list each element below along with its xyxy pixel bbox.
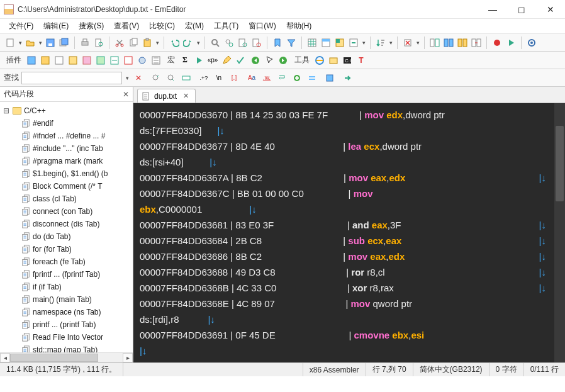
- snippet-item[interactable]: disconnect (dis Tab): [3, 218, 133, 230]
- open-file-icon[interactable]: [24, 36, 36, 49]
- snippet-item[interactable]: Read File Into Vector: [3, 331, 133, 344]
- snippet-item[interactable]: $1.begin(), $1.end() (b: [3, 167, 133, 180]
- snippet-item[interactable]: for (for Tab): [3, 243, 133, 255]
- menu-tools[interactable]: 工具(T): [210, 20, 242, 33]
- snippet-item[interactable]: namespace (ns Tab): [3, 306, 133, 318]
- copy-icon[interactable]: [127, 36, 140, 49]
- menu-view[interactable]: 查看(V): [110, 20, 143, 33]
- tab-dup[interactable]: dup.txt ✕: [137, 89, 196, 103]
- new-file-icon[interactable]: [4, 36, 16, 49]
- find-word-icon[interactable]: [180, 72, 193, 84]
- find-highlight-icon[interactable]: [306, 72, 318, 84]
- menu-compare[interactable]: 比较(C): [145, 20, 179, 33]
- snippet-item[interactable]: main() (main Tab): [3, 293, 133, 306]
- rescan-icon[interactable]: [456, 36, 469, 49]
- plugin4-icon[interactable]: [67, 54, 79, 67]
- snippet-item[interactable]: class (cl Tab): [3, 193, 133, 205]
- find-case-icon[interactable]: Aa: [245, 72, 258, 84]
- code-line[interactable]: 00007FF84DD63670 | 8B 14 25 30 03 FE 7F …: [140, 107, 559, 123]
- snippet-item[interactable]: do (do Tab): [3, 230, 133, 243]
- cursor-icon[interactable]: [263, 54, 276, 67]
- plugin10-icon[interactable]: [150, 54, 162, 67]
- snippet-item[interactable]: #include "..." (inc Tab: [3, 142, 133, 155]
- cell-select-icon[interactable]: [333, 36, 346, 49]
- plugin2-icon[interactable]: [39, 54, 52, 67]
- find-regex-icon[interactable]: .+?: [198, 72, 210, 84]
- find-escape-icon[interactable]: \n: [213, 72, 225, 84]
- tree-root[interactable]: ⊟ C/C++: [3, 104, 133, 117]
- code-line[interactable]: ds:[rsi+40] |↓: [140, 154, 559, 170]
- scroll-left-icon[interactable]: ◂: [0, 353, 10, 362]
- snippet-item[interactable]: connect (con Tab): [3, 205, 133, 218]
- find-input[interactable]: [21, 72, 122, 84]
- paste-caret[interactable]: ▾: [155, 40, 160, 46]
- dup-caret[interactable]: ▾: [415, 40, 420, 46]
- heading-icon[interactable]: [320, 36, 332, 49]
- plugin6-icon[interactable]: [94, 54, 107, 67]
- scroll-thumb[interactable]: [10, 354, 98, 362]
- filter-icon[interactable]: [285, 36, 298, 49]
- plugin1-icon[interactable]: [25, 54, 38, 67]
- forward-icon[interactable]: [277, 54, 289, 67]
- snippet-item[interactable]: fprintf ... (fprintf Tab): [3, 268, 133, 281]
- ie-icon[interactable]: [313, 54, 326, 67]
- record-macro-icon[interactable]: [491, 36, 503, 49]
- snippets-tree[interactable]: ⊟ C/C++ #endif#ifndef ... #define ... ##…: [0, 102, 133, 352]
- code-line[interactable]: 00007FF84DD63677 | 8D 4E 40 | lea ecx,dw…: [140, 138, 559, 154]
- undo-icon[interactable]: [168, 36, 181, 49]
- code-line[interactable]: 00007FF84DD6368E | 4C 89 07 | mov qword …: [140, 296, 559, 311]
- snippets-close-icon[interactable]: ✕: [123, 90, 129, 99]
- reset-icon[interactable]: [470, 36, 483, 49]
- tab-close-icon[interactable]: ✕: [183, 92, 189, 100]
- cmd-icon[interactable]: C:\: [341, 54, 354, 67]
- macro-tag-icon[interactable]: «p»: [206, 54, 219, 67]
- compare-icon[interactable]: [428, 36, 441, 49]
- find-caret[interactable]: ▾: [125, 75, 130, 81]
- plugin7-icon[interactable]: [108, 54, 121, 67]
- snippet-item[interactable]: #ifndef ... #define ... #: [3, 130, 133, 142]
- open-caret[interactable]: ▾: [38, 40, 43, 46]
- find-close-icon[interactable]: ✕: [132, 72, 145, 84]
- find-go-icon[interactable]: [341, 72, 354, 84]
- editor-vthumb[interactable]: [556, 126, 564, 201]
- sort-caret[interactable]: ▾: [388, 40, 393, 46]
- bookmark-icon[interactable]: [271, 36, 284, 49]
- code-line[interactable]: 00007FF84DD63694 | E9 48 01 00 00 | jmp: [140, 359, 559, 362]
- editor-text[interactable]: 00007FF84DD63670 | 8B 14 25 30 03 FE 7F …: [133, 103, 565, 362]
- find-incr-icon[interactable]: [291, 72, 303, 84]
- convert-sep-icon[interactable]: [347, 36, 360, 49]
- plugin8-icon[interactable]: [122, 54, 135, 67]
- run-macro-icon[interactable]: [505, 36, 517, 49]
- sort-icon[interactable]: [374, 36, 387, 49]
- snippet-item[interactable]: #endif: [3, 117, 133, 130]
- find-next-icon[interactable]: [165, 72, 177, 84]
- scroll-right-icon[interactable]: ▸: [123, 353, 133, 362]
- properties-icon[interactable]: [525, 36, 538, 49]
- sync-scroll-icon[interactable]: [442, 36, 455, 49]
- csv-mode-icon[interactable]: [306, 36, 318, 49]
- code-line[interactable]: ebx,C0000001 |↓: [140, 201, 559, 217]
- close-button[interactable]: ✕: [536, 0, 565, 18]
- status-enc[interactable]: 简体中文(GB2312): [413, 363, 489, 376]
- code-line[interactable]: 00007FF84DD6367A | 8B C2 | mov eax,edx|↓: [140, 170, 559, 186]
- font-tool-icon[interactable]: T: [355, 54, 367, 67]
- replace-in-files-icon[interactable]: [250, 36, 263, 49]
- code-line[interactable]: ds:[7FFE0330] |↓: [140, 123, 559, 138]
- code-line[interactable]: 00007FF84DD63691 | 0F 45 DE | cmovne ebx…: [140, 327, 559, 343]
- macro-check-icon[interactable]: [234, 54, 247, 67]
- snippet-item[interactable]: printf ... (printf Tab): [3, 318, 133, 331]
- macro-edit-icon[interactable]: [220, 54, 233, 67]
- find-wrap-icon[interactable]: [276, 72, 288, 84]
- redo-caret[interactable]: ▾: [196, 40, 201, 46]
- convert-caret[interactable]: ▾: [361, 40, 366, 46]
- menu-edit[interactable]: 编辑(E): [40, 20, 72, 33]
- find-num-icon[interactable]: [.]: [228, 72, 240, 84]
- menu-macro[interactable]: 宏(M): [181, 20, 208, 33]
- new-file-caret[interactable]: ▾: [18, 40, 23, 46]
- minimize-button[interactable]: —: [478, 0, 507, 18]
- print-icon[interactable]: [79, 36, 91, 49]
- paste-icon[interactable]: [141, 36, 154, 49]
- save-all-icon[interactable]: [58, 36, 70, 49]
- plugin3-icon[interactable]: [53, 54, 65, 67]
- macro-sum-icon[interactable]: Σ: [179, 54, 191, 67]
